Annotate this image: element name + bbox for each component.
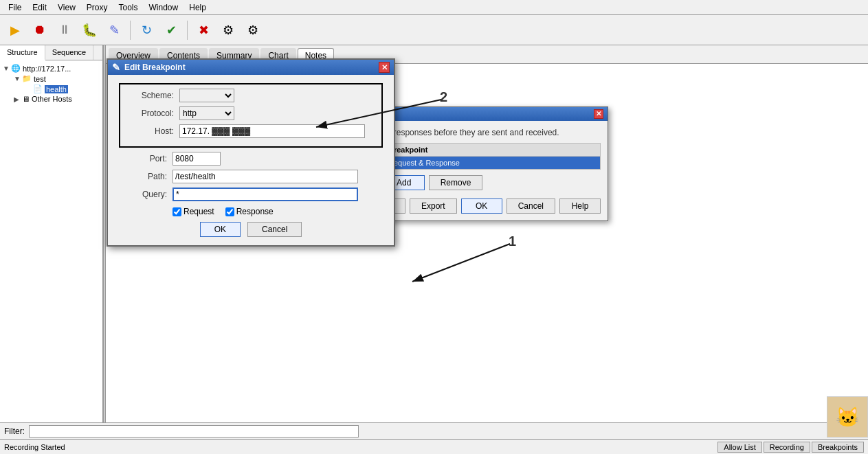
edit-ok-btn[interactable]: OK <box>200 222 241 237</box>
toolbar-sep1 <box>130 21 131 40</box>
port-label: Port: <box>119 154 167 163</box>
export-btn[interactable]: Export <box>410 198 457 214</box>
request-checkbox[interactable] <box>173 207 181 216</box>
expander-root: ▼ <box>3 65 11 72</box>
root-label: http://172.17... <box>23 65 71 73</box>
tab-sequence[interactable]: Sequence <box>45 45 94 60</box>
toolbar-edit[interactable]: ✎ <box>103 19 125 41</box>
path-row: Path: <box>119 170 383 183</box>
menu-view[interactable]: View <box>52 1 81 14</box>
menu-help[interactable]: Help <box>183 1 212 14</box>
tree-container: ▼ 🌐 http://172.17... ▼ 📁 test 📄 health <box>0 60 102 422</box>
port-row: Port: <box>119 152 383 166</box>
edit-dialog: ✎ Edit Breakpoint ✕ Scheme: http https P… <box>107 58 395 247</box>
query-label: Query: <box>119 190 167 199</box>
scheme-select[interactable]: http https <box>179 89 234 102</box>
status-bar: Recording Started Allow List Recording B… <box>0 439 868 454</box>
path-label: Path: <box>119 172 167 181</box>
host-row: Host: <box>126 124 376 138</box>
col-breakpoint: Breakpoint <box>383 144 601 157</box>
menu-edit[interactable]: Edit <box>27 1 52 14</box>
expander-test: ▼ <box>14 75 22 82</box>
scheme-label: Scheme: <box>126 91 174 100</box>
edit-title: Edit Breakpoint <box>124 63 186 72</box>
breakpoints-btn[interactable]: Breakpoints <box>812 442 864 453</box>
breakpoints-cancel-btn[interactable]: Cancel <box>507 198 555 214</box>
host-label: Host: <box>126 126 174 136</box>
filter-input[interactable] <box>29 425 359 438</box>
toolbar-sep2 <box>187 21 188 40</box>
otherhosts-label: Other Hosts <box>32 95 72 103</box>
health-label: health <box>45 85 68 93</box>
breakpoints-help-btn[interactable]: Help <box>559 198 601 214</box>
tree-child-test: ▼ 📁 test 📄 health <box>3 73 100 94</box>
toolbar-check[interactable]: ✔ <box>160 19 182 41</box>
query-row: Query: <box>119 188 383 201</box>
panel-tabs: Structure Sequence <box>0 45 102 60</box>
request-check-label[interactable]: Request <box>173 207 214 216</box>
response-checkbox[interactable] <box>225 207 234 216</box>
query-input[interactable] <box>173 188 358 201</box>
breakpoints-ok-btn[interactable]: OK <box>461 198 502 214</box>
hosts-icon: 🖥 <box>22 95 30 103</box>
expander-other: ▶ <box>14 95 22 103</box>
tree-item-health[interactable]: 📄 health <box>25 84 100 94</box>
toolbar-start[interactable]: ▶ <box>4 19 26 41</box>
scheme-row: Scheme: http https <box>126 89 376 102</box>
menu-window[interactable]: Window <box>144 1 184 14</box>
protocol-label: Protocol: <box>126 109 174 118</box>
tree-child-health: 📄 health <box>14 84 100 94</box>
menu-proxy[interactable]: Proxy <box>81 1 113 14</box>
status-text: Recording Started <box>4 443 65 451</box>
globe-icon: 🌐 <box>11 64 21 73</box>
menu-file[interactable]: File <box>3 1 27 14</box>
toolbar-bug[interactable]: 🐛 <box>78 19 100 41</box>
remove-btn[interactable]: Remove <box>429 175 483 190</box>
toolbar-pause[interactable]: ⏸ <box>54 19 76 41</box>
toolbar-gear2[interactable]: ⚙ <box>242 19 264 41</box>
menubar: File Edit View Proxy Tools Window Help <box>0 0 868 15</box>
response-check-label[interactable]: Response <box>225 207 274 216</box>
status-buttons: Allow List Recording Breakpoints <box>717 442 864 453</box>
recording-btn[interactable]: Recording <box>764 442 810 453</box>
breakpoints-close-btn[interactable]: ✕ <box>594 109 603 119</box>
toolbar-record[interactable]: ⏺ <box>29 19 51 41</box>
test-label: test <box>34 75 46 83</box>
edit-cancel-btn[interactable]: Cancel <box>247 222 302 237</box>
toolbar-settings[interactable]: ✖ <box>192 19 214 41</box>
tree-item-test[interactable]: ▼ 📁 test <box>14 73 100 84</box>
host-input[interactable] <box>179 124 365 138</box>
tree-root[interactable]: ▼ 🌐 http://172.17... <box>3 63 100 73</box>
checkbox-row: Request Response <box>173 207 383 216</box>
edit-titlebar: ✎ Edit Breakpoint ✕ <box>108 60 394 75</box>
folder-icon: 📁 <box>22 74 32 83</box>
edit-close-btn[interactable]: ✕ <box>379 62 390 73</box>
filter-label: Filter: <box>4 427 25 436</box>
edit-content: Scheme: http https Protocol: http https <box>108 75 394 245</box>
request-label: Request <box>183 207 214 216</box>
toolbar-refresh[interactable]: ↻ <box>135 19 157 41</box>
row-type: Request & Response <box>383 157 601 170</box>
protocol-row: Protocol: http https <box>126 106 376 120</box>
tab-structure[interactable]: Structure <box>0 45 45 60</box>
edit-button-row: OK Cancel <box>119 222 383 237</box>
path-input[interactable] <box>173 170 358 183</box>
response-label: Response <box>236 207 274 216</box>
highlight-box: Scheme: http https Protocol: http https <box>119 83 383 148</box>
toolbar-gear[interactable]: ⚙ <box>217 19 239 41</box>
left-panel: Structure Sequence ▼ 🌐 http://172.17... … <box>0 45 103 422</box>
allow-list-btn[interactable]: Allow List <box>717 442 761 453</box>
filter-bar: Filter: <box>0 422 868 439</box>
protocol-select[interactable]: http https <box>179 106 234 120</box>
menu-tools[interactable]: Tools <box>113 1 144 14</box>
toolbar: ▶ ⏺ ⏸ 🐛 ✎ ↻ ✔ ✖ ⚙ ⚙ <box>0 15 868 45</box>
port-input[interactable] <box>173 152 221 166</box>
file-icon: 📄 <box>33 84 43 93</box>
tree-child-otherhosts: ▶ 🖥 Other Hosts <box>3 94 100 104</box>
tree-item-otherhosts[interactable]: ▶ 🖥 Other Hosts <box>14 94 100 104</box>
